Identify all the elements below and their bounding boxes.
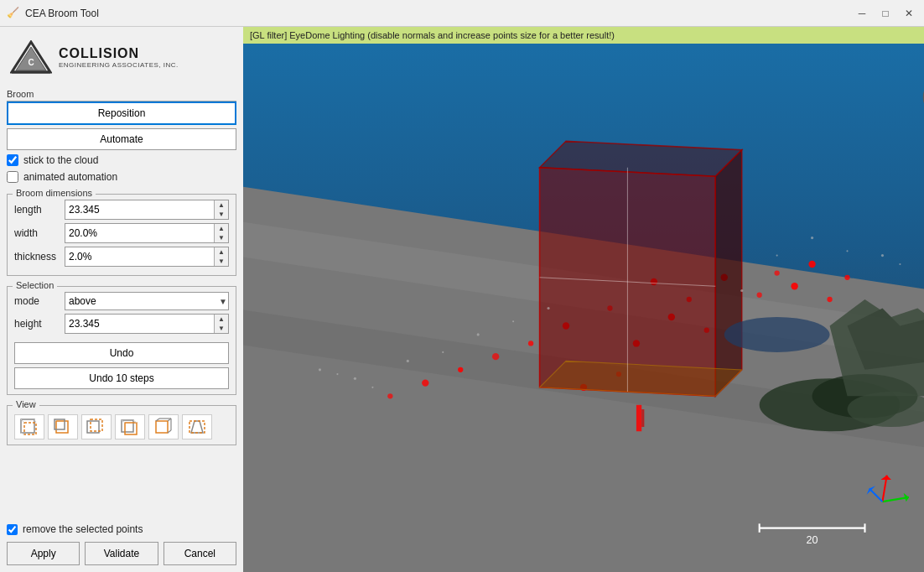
side-view-button[interactable] [48, 414, 78, 439]
svg-rect-9 [56, 421, 68, 433]
svg-point-77 [846, 250, 848, 252]
svg-point-41 [528, 341, 533, 346]
dimensions-section: Broom dimensions length ▲ ▼ width [7, 194, 236, 276]
reposition-button[interactable]: Reposition [7, 101, 236, 125]
svg-point-66 [336, 373, 338, 375]
stick-to-cloud-row: stick to the cloud [7, 153, 236, 167]
back-view-button[interactable] [81, 414, 112, 439]
svg-point-67 [354, 377, 356, 380]
window-controls: ─ □ ✕ [854, 5, 917, 22]
left-panel: C COLLISION ENGINEERING ASSOCIATES, INC.… [0, 27, 243, 572]
selection-title: Selection [13, 280, 57, 290]
length-row: length ▲ ▼ [14, 200, 229, 220]
animated-automation-row: animated automation [7, 170, 236, 184]
length-spinner: ▲ ▼ [214, 200, 228, 219]
stick-to-cloud-checkbox[interactable] [7, 154, 18, 166]
length-up-button[interactable]: ▲ [215, 200, 228, 210]
svg-point-49 [775, 270, 780, 275]
height-input[interactable] [65, 315, 214, 333]
thickness-input-wrap: ▲ ▼ [65, 247, 229, 267]
svg-point-76 [811, 237, 813, 239]
front-view-button[interactable] [14, 414, 44, 439]
svg-point-42 [492, 353, 499, 360]
app-icon: 🧹 [7, 7, 20, 20]
thickness-row: thickness ▲ ▼ [14, 247, 229, 267]
mode-label: mode [14, 295, 61, 307]
thickness-up-button[interactable]: ▲ [215, 247, 228, 257]
svg-rect-54 [636, 405, 641, 431]
broom-section-label: Broom [7, 89, 236, 101]
viewport[interactable]: [GL filter] EyeDome Lighting (disable no… [243, 27, 924, 572]
svg-point-75 [776, 255, 778, 257]
height-label: height [14, 318, 61, 330]
undo-button[interactable]: Undo [14, 342, 229, 364]
remove-checkbox-row: remove the selected points [7, 523, 236, 535]
width-input-wrap: ▲ ▼ [65, 223, 229, 243]
width-row: width ▲ ▼ [14, 223, 229, 243]
svg-point-74 [740, 289, 743, 292]
company-subtitle: ENGINEERING ASSOCIATES, INC. [59, 61, 179, 69]
width-input[interactable] [65, 224, 214, 242]
width-down-button[interactable]: ▼ [215, 233, 228, 242]
logo-text: COLLISION ENGINEERING ASSOCIATES, INC. [59, 46, 179, 69]
apply-button[interactable]: Apply [7, 542, 80, 565]
title-bar: 🧹 CEA Broom Tool ─ □ ✕ [0, 0, 924, 27]
svg-point-43 [458, 367, 463, 372]
svg-marker-58 [715, 150, 741, 397]
minimize-button[interactable]: ─ [854, 5, 870, 22]
svg-point-36 [757, 293, 762, 298]
perspective-view-button[interactable] [182, 414, 212, 439]
viewport-canvas: 20 [243, 27, 924, 572]
length-label: length [14, 204, 61, 216]
height-up-button[interactable]: ▲ [215, 315, 228, 324]
broom-section: Broom Reposition Automate stick to the c… [7, 86, 236, 184]
animated-automation-checkbox[interactable] [7, 171, 18, 183]
app-title: CEA Broom Tool [25, 8, 854, 19]
validate-button[interactable]: Validate [85, 542, 158, 565]
company-logo: C [10, 40, 52, 74]
svg-rect-15 [125, 423, 137, 434]
svg-point-68 [371, 387, 373, 388]
thickness-down-button[interactable]: ▼ [215, 257, 228, 266]
broom-group: Reposition Automate stick to the cloud a… [7, 101, 236, 184]
svg-rect-18 [156, 421, 168, 433]
view-section: View [7, 405, 236, 445]
svg-point-70 [442, 351, 444, 353]
height-spinner: ▲ ▼ [214, 315, 228, 333]
svg-point-37 [791, 283, 797, 289]
width-up-button[interactable]: ▲ [215, 224, 228, 233]
logo-area: C COLLISION ENGINEERING ASSOCIATES, INC. [7, 34, 236, 81]
height-down-button[interactable]: ▼ [215, 324, 228, 333]
top-view-button[interactable] [115, 414, 145, 439]
automate-button[interactable]: Automate [7, 128, 236, 150]
thickness-label: thickness [14, 251, 61, 263]
view-icons [14, 411, 229, 439]
close-button[interactable]: ✕ [901, 5, 917, 22]
width-spinner: ▲ ▼ [214, 224, 228, 242]
selection-section: Selection mode above below both ▼ height [7, 286, 236, 395]
svg-text:20: 20 [807, 534, 818, 546]
svg-point-71 [477, 333, 480, 335]
height-row: height ▲ ▼ [14, 314, 229, 334]
height-input-wrap: ▲ ▼ [65, 314, 229, 334]
length-down-button[interactable]: ▼ [215, 210, 228, 219]
undo-10-button[interactable]: Undo 10 steps [14, 367, 229, 389]
width-label: width [14, 227, 61, 239]
svg-point-38 [827, 297, 832, 302]
animated-automation-label: animated automation [23, 171, 117, 183]
thickness-input[interactable] [65, 247, 214, 266]
svg-point-44 [422, 379, 428, 386]
svg-point-69 [407, 360, 409, 362]
cancel-button[interactable]: Cancel [164, 542, 236, 565]
maximize-button[interactable]: □ [877, 5, 894, 22]
mode-select[interactable]: above below both [65, 292, 229, 310]
length-input[interactable] [65, 200, 214, 219]
svg-point-73 [547, 307, 549, 309]
svg-point-51 [844, 275, 849, 280]
iso-view-button[interactable] [148, 414, 179, 439]
thickness-spinner: ▲ ▼ [214, 247, 228, 266]
svg-point-62 [724, 317, 830, 352]
remove-selected-checkbox[interactable] [7, 524, 18, 535]
svg-text:C: C [28, 58, 34, 67]
svg-point-78 [881, 254, 884, 257]
